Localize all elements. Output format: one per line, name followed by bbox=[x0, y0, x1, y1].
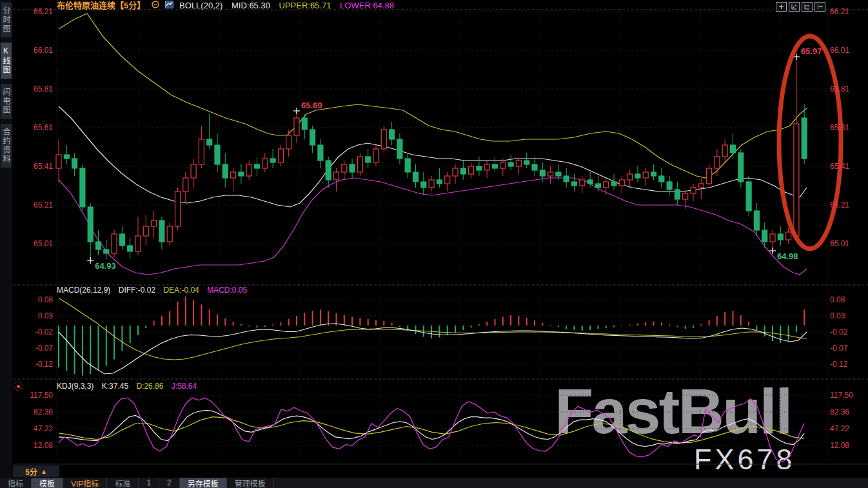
bottom-tab-bar: 指标模板VIP指标标准12另存模板管理模板 bbox=[0, 478, 868, 488]
price-axis-label: 65.81 bbox=[13, 84, 53, 93]
price-axis-label: 12.08 bbox=[13, 441, 53, 450]
price-axis-label: -0.07 bbox=[13, 344, 53, 353]
trading-app-window: { "header": { "symbol_title": "布伦特原油连续【5… bbox=[0, 0, 868, 488]
collapse-icon[interactable] bbox=[152, 1, 159, 10]
macd-name: MACD(26,12,9) bbox=[57, 286, 110, 295]
price-axis-label: 117.50 bbox=[830, 391, 853, 400]
svg-text:65.69: 65.69 bbox=[301, 101, 322, 110]
svg-text:65.97: 65.97 bbox=[801, 46, 822, 56]
price-axis-label: 82.36 bbox=[13, 407, 53, 416]
price-axis-label: 65.21 bbox=[830, 200, 849, 210]
macd-value: MACD:0.05 bbox=[207, 286, 247, 295]
sidebar-item-time-chart[interactable]: 分时图 bbox=[1, 3, 12, 37]
price-axis-label: 0.03 bbox=[830, 311, 845, 320]
bottom-tab-模板[interactable]: 模板 bbox=[32, 478, 63, 488]
price-axis-label: 47.22 bbox=[13, 424, 53, 433]
bottom-tab-2[interactable]: 2 bbox=[159, 478, 180, 488]
axis-scale-icon[interactable] bbox=[802, 2, 813, 12]
mini-chart-icon bbox=[165, 1, 173, 10]
macd-diff-value: DIFF:-0.02 bbox=[119, 286, 155, 295]
price-axis-label: 65.21 bbox=[13, 200, 53, 210]
price-axis-label: 65.61 bbox=[830, 123, 849, 132]
chart-canvas[interactable]: 65.6964.9364.9865.97 bbox=[0, 0, 868, 488]
price-axis-label: 65.61 bbox=[13, 123, 53, 132]
kdj-k-value: K:37.45 bbox=[102, 382, 128, 391]
svg-text:64.98: 64.98 bbox=[777, 251, 798, 261]
price-axis-label: 66.21 bbox=[830, 7, 849, 16]
kdj-d-value: D:26.86 bbox=[136, 382, 163, 391]
price-axis-label: 47.22 bbox=[830, 424, 849, 433]
kdj-header: KDJ(9,3,3) K:37.45 D:26.86 J:58.64 bbox=[57, 382, 197, 391]
period-selector[interactable]: 5分 ▲ bbox=[13, 465, 59, 477]
price-axis-label: 65.81 bbox=[830, 84, 849, 93]
period-arrow-icon: ▲ bbox=[41, 468, 47, 475]
price-axis-label: 66.21 bbox=[13, 7, 53, 16]
sidebar-item-contract-info[interactable]: 合约资料 bbox=[1, 124, 12, 168]
price-axis-label: 65.01 bbox=[830, 239, 849, 248]
boll-indicator-label: BOLL(20,2) bbox=[179, 1, 222, 10]
price-axis-label: -0.12 bbox=[13, 360, 53, 369]
period-label: 5分 bbox=[25, 466, 37, 477]
chart-title-bar: 布伦特原油连续【5分】 BOLL(20,2) MID:65.30 UPPER:6… bbox=[57, 1, 394, 10]
price-axis-label: 0.03 bbox=[13, 311, 53, 320]
bottom-tab-VIP指标[interactable]: VIP指标 bbox=[63, 478, 107, 488]
price-axis-label: 117.50 bbox=[13, 391, 53, 400]
sidebar-item-lightning-chart[interactable]: 闪电图 bbox=[1, 84, 12, 119]
bottom-tab-管理模板[interactable]: 管理模板 bbox=[227, 478, 274, 488]
bottom-tab-1[interactable]: 1 bbox=[139, 478, 159, 488]
kdj-name: KDJ(9,3,3) bbox=[57, 382, 94, 391]
boll-upper-value: UPPER:65.71 bbox=[279, 1, 331, 10]
svg-text:64.93: 64.93 bbox=[95, 261, 116, 271]
macd-header: MACD(26,12,9) DIFF:-0.02 DEA:-0.04 MACD:… bbox=[57, 286, 247, 295]
kdj-j-value: J:58.64 bbox=[172, 382, 197, 391]
boll-mid-value: MID:65.30 bbox=[232, 1, 270, 10]
sidebar-item-kline-chart[interactable]: K线图 bbox=[1, 43, 12, 79]
price-axis-label: 65.41 bbox=[13, 162, 53, 171]
price-axis-label: 82.36 bbox=[830, 407, 849, 416]
boll-lower-value: LOWER:64.88 bbox=[340, 1, 394, 10]
price-axis-label: 0.08 bbox=[13, 295, 53, 304]
kdj-settings-icon[interactable] bbox=[14, 382, 23, 391]
price-axis-label: -0.02 bbox=[830, 327, 847, 337]
symbol-title: 布伦特原油连续【5分】 bbox=[57, 1, 145, 10]
chart-type-sidebar: 分时图K线图闪电图合约资料 bbox=[0, 0, 12, 488]
price-axis-label: -0.02 bbox=[13, 327, 53, 337]
price-axis-label: 0.08 bbox=[830, 295, 845, 304]
bottom-tab-另存模板[interactable]: 另存模板 bbox=[180, 478, 227, 488]
macd-dea-value: DEA:-0.04 bbox=[163, 286, 199, 295]
axis-zoom-icon[interactable] bbox=[789, 2, 800, 12]
bottom-tab-指标[interactable]: 指标 bbox=[0, 478, 32, 488]
price-axis-label: 66.01 bbox=[830, 46, 849, 55]
price-axis-label: 66.01 bbox=[13, 46, 53, 55]
bottom-tab-标准[interactable]: 标准 bbox=[107, 478, 139, 488]
price-axis-label: 12.08 bbox=[830, 441, 849, 450]
crosshair-icon[interactable] bbox=[776, 2, 787, 12]
price-axis-label: -0.12 bbox=[830, 360, 847, 369]
pan-right-icon[interactable] bbox=[814, 2, 825, 12]
price-axis-label: 65.01 bbox=[13, 239, 53, 248]
chart-toolbar bbox=[776, 2, 825, 12]
price-axis-label: 65.41 bbox=[830, 162, 849, 171]
price-axis-label: -0.07 bbox=[830, 344, 847, 353]
